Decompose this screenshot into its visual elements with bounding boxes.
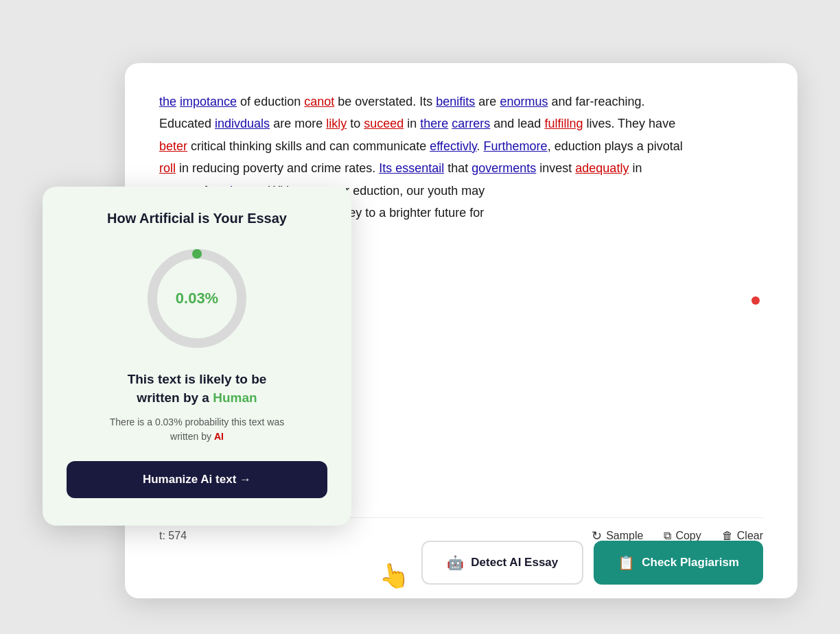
ai-result-card: How Artificial is Your Essay 0.03% This … [43,187,351,526]
misspelled-word: goverments [471,161,536,175]
misspelled-word: adequatly [575,161,629,175]
misspelled-word: likly [326,117,347,130]
misspelled-word: roll [159,161,176,175]
misspelled-word: the [159,95,176,108]
donut-chart-container: 0.03% [67,244,327,353]
misspelled-word: benifits [436,95,475,108]
ai-probability-text: There is a 0.03% probability this text w… [67,415,327,444]
misspelled-word: Its essentail [379,161,444,175]
misspelled-word: carrers [452,117,490,130]
ai-card-title: How Artificial is Your Essay [67,211,327,226]
red-dot-indicator [751,296,760,305]
check-plagiarism-button[interactable]: Check Plagiarism [594,541,763,585]
misspelled-word: suceed [364,117,404,130]
misspelled-word: there [420,117,448,130]
misspelled-word: canot [304,95,334,108]
misspelled-word: enormus [500,95,548,108]
misspelled-word: effectivly [430,139,476,153]
misspelled-word: Furthemore [484,139,548,153]
humanize-button[interactable]: Humanize Ai text → [67,461,327,498]
ai-word: AI [214,431,224,442]
misspelled-word: beter [159,139,187,153]
robot-icon [447,554,464,571]
donut-chart: 0.03% [142,244,252,353]
donut-percentage: 0.03% [176,290,218,307]
misspelled-word: indivduals [215,117,270,130]
misspelled-word: fulfillng [544,117,583,130]
detect-ai-button[interactable]: Detect AI Essay [421,541,583,585]
ai-result-text: This text is likely to be written by a H… [67,371,327,407]
human-word: Human [213,390,257,405]
misspelled-word: impotance [180,95,237,108]
doc-icon [618,554,635,571]
action-buttons-row: Detect AI Essay Check Plagiarism [159,541,763,585]
